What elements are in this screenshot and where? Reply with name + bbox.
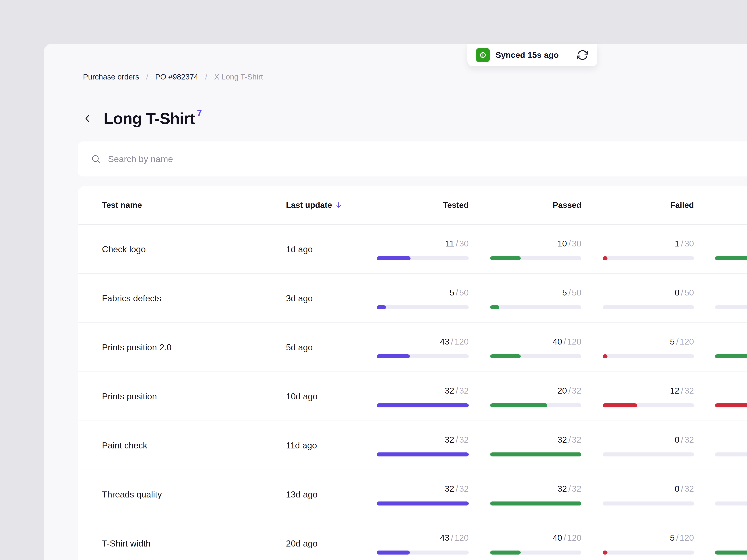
- tested-total: 32: [459, 435, 469, 445]
- failed-value: 5: [670, 533, 675, 542]
- offscreen-metric-cell: [715, 519, 747, 560]
- table-row[interactable]: Prints position 10d ago 32/32 20/32 12/3…: [78, 372, 747, 421]
- last-update: 1d ago: [286, 225, 313, 273]
- failed-total: 50: [685, 288, 694, 297]
- back-button[interactable]: [82, 110, 95, 127]
- table-row[interactable]: Paint check 11d ago 32/32 32/32 0/32: [78, 421, 747, 470]
- failed-total: 120: [680, 533, 694, 542]
- value-separator: /: [568, 484, 571, 494]
- failed-value: 0: [675, 288, 679, 297]
- failed-progressbar: [603, 403, 694, 407]
- table-row[interactable]: Check logo 1d ago 11/30 10/30 1/30: [78, 225, 747, 274]
- passed-value: 32: [557, 435, 567, 445]
- failed-cell: 0/32: [603, 470, 694, 518]
- column-header-passed[interactable]: Passed: [490, 186, 582, 224]
- passed-cell: 32/32: [490, 421, 582, 470]
- table-row[interactable]: Fabrics defects 3d ago 5/50 5/50 0/50: [78, 274, 747, 323]
- passed-value: 40: [552, 533, 562, 542]
- tested-value: 5: [449, 288, 454, 297]
- quickbooks-icon: [476, 48, 490, 62]
- passed-value: 10: [557, 239, 567, 248]
- column-header-failed[interactable]: Failed: [603, 186, 694, 224]
- offscreen-metric-cell: [715, 421, 747, 470]
- passed-total: 30: [572, 239, 582, 248]
- tested-value: 32: [445, 484, 454, 494]
- table-row[interactable]: T-Shirt width 20d ago 43/120 40/120 5/12…: [78, 519, 747, 560]
- failed-value: 0: [675, 435, 679, 445]
- passed-value: 40: [552, 337, 562, 346]
- failed-total: 32: [685, 484, 694, 494]
- breadcrumb-separator: /: [146, 73, 148, 81]
- tested-total: 32: [459, 386, 469, 395]
- tested-cell: 32/32: [377, 470, 469, 518]
- tested-total: 120: [455, 533, 469, 542]
- page-header: Long T-Shirt 7: [82, 99, 202, 138]
- value-separator: /: [564, 533, 566, 542]
- tested-progressbar: [377, 452, 469, 456]
- offscreen-progressbar: [715, 452, 747, 456]
- offscreen-progressbar: [715, 502, 747, 506]
- search-input[interactable]: Search by name: [78, 141, 747, 177]
- table-row[interactable]: Threads quality 13d ago 32/32 32/32 0/32: [78, 470, 747, 519]
- value-separator: /: [568, 288, 571, 297]
- offscreen-progressbar: [715, 256, 747, 260]
- passed-cell: 40/120: [490, 519, 582, 560]
- tested-cell: 43/120: [377, 519, 469, 560]
- tested-progressbar: [377, 403, 469, 407]
- offscreen-progressbar: [715, 305, 747, 309]
- failed-value: 5: [670, 337, 675, 346]
- passed-progressbar: [490, 403, 582, 407]
- tested-progressbar: [377, 551, 469, 555]
- passed-total: 32: [572, 435, 582, 445]
- failed-progressbar: [603, 305, 694, 309]
- last-update: 20d ago: [286, 519, 318, 560]
- tested-value: 32: [445, 386, 454, 395]
- passed-progressbar: [490, 502, 582, 506]
- value-separator: /: [568, 435, 571, 445]
- offscreen-metric-cell: [715, 274, 747, 322]
- failed-progressbar: [603, 256, 694, 260]
- failed-value: 1: [675, 239, 679, 248]
- value-separator: /: [568, 239, 571, 248]
- passed-value: 5: [562, 288, 567, 297]
- breadcrumb-purchase-orders[interactable]: Purchase orders: [83, 73, 139, 81]
- value-separator: /: [676, 533, 678, 542]
- passed-cell: 32/32: [490, 470, 582, 518]
- refresh-icon[interactable]: [576, 49, 589, 61]
- passed-progressbar: [490, 256, 582, 260]
- tested-cell: 32/32: [377, 372, 469, 421]
- table-row[interactable]: Prints position 2.0 5d ago 43/120 40/120…: [78, 323, 747, 372]
- column-header-tested[interactable]: Tested: [377, 186, 469, 224]
- offscreen-progressbar: [715, 354, 747, 358]
- tested-total: 50: [459, 288, 469, 297]
- column-header-last-update[interactable]: Last update: [286, 186, 342, 224]
- passed-progressbar: [490, 305, 582, 309]
- value-separator: /: [456, 239, 458, 248]
- passed-progressbar: [490, 452, 582, 456]
- last-update: 5d ago: [286, 323, 313, 372]
- failed-total: 32: [685, 386, 694, 395]
- tested-cell: 5/50: [377, 274, 469, 322]
- breadcrumb-po-number[interactable]: PO #982374: [155, 73, 198, 81]
- offscreen-metric-cell: [715, 372, 747, 421]
- tested-cell: 32/32: [377, 421, 469, 470]
- passed-total: 32: [572, 484, 582, 494]
- value-separator: /: [681, 435, 684, 445]
- search-placeholder: Search by name: [108, 154, 173, 164]
- offscreen-progressbar: [715, 403, 747, 407]
- failed-total: 30: [685, 239, 694, 248]
- value-separator: /: [676, 337, 678, 346]
- value-separator: /: [681, 484, 684, 494]
- tested-value: 43: [440, 533, 449, 542]
- column-header-test-name[interactable]: Test name: [102, 186, 142, 224]
- failed-cell: 5/120: [603, 323, 694, 372]
- sync-status-label: Synced 15s ago: [495, 50, 571, 60]
- chevron-left-icon: [82, 113, 93, 124]
- failed-progressbar: [603, 502, 694, 506]
- test-name: Prints position: [102, 372, 157, 421]
- failed-value: 12: [670, 386, 679, 395]
- test-name: Fabrics defects: [102, 274, 161, 322]
- failed-cell: 1/30: [603, 225, 694, 273]
- tested-total: 120: [455, 337, 469, 346]
- failed-total: 120: [680, 337, 694, 346]
